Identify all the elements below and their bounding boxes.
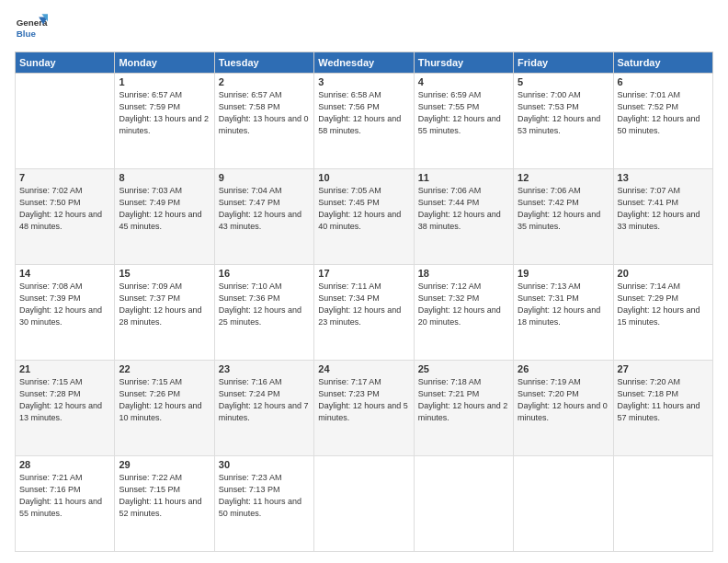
day-number: 1 bbox=[119, 76, 210, 87]
calendar-cell: 4Sunrise: 6:59 AMSunset: 7:55 PMDaylight… bbox=[414, 74, 513, 169]
day-number: 17 bbox=[318, 268, 409, 279]
cell-content: Sunrise: 7:15 AMSunset: 7:28 PMDaylight:… bbox=[19, 376, 110, 424]
calendar-cell: 17Sunrise: 7:11 AMSunset: 7:34 PMDayligh… bbox=[314, 265, 414, 361]
calendar-cell: 8Sunrise: 7:03 AMSunset: 7:49 PMDaylight… bbox=[115, 169, 214, 265]
calendar-cell bbox=[613, 456, 712, 552]
calendar-cell: 5Sunrise: 7:00 AMSunset: 7:53 PMDaylight… bbox=[514, 74, 613, 169]
day-number: 2 bbox=[219, 76, 310, 87]
logo-icon: General Blue bbox=[15, 11, 48, 44]
day-number: 29 bbox=[119, 459, 210, 470]
day-number: 15 bbox=[119, 268, 210, 279]
weekday-sunday: Sunday bbox=[16, 52, 115, 74]
calendar-cell: 11Sunrise: 7:06 AMSunset: 7:44 PMDayligh… bbox=[414, 169, 513, 265]
calendar-cell: 15Sunrise: 7:09 AMSunset: 7:37 PMDayligh… bbox=[115, 265, 214, 361]
calendar-cell: 27Sunrise: 7:20 AMSunset: 7:18 PMDayligh… bbox=[613, 361, 712, 456]
day-number: 20 bbox=[618, 268, 709, 279]
cell-content: Sunrise: 7:01 AMSunset: 7:52 PMDaylight:… bbox=[618, 89, 709, 137]
day-number: 24 bbox=[318, 363, 409, 374]
calendar-cell: 30Sunrise: 7:23 AMSunset: 7:13 PMDayligh… bbox=[214, 456, 313, 552]
cell-content: Sunrise: 7:09 AMSunset: 7:37 PMDaylight:… bbox=[119, 281, 210, 328]
day-number: 25 bbox=[418, 363, 509, 374]
cell-content: Sunrise: 7:06 AMSunset: 7:42 PMDaylight:… bbox=[518, 185, 609, 233]
day-number: 12 bbox=[518, 172, 609, 183]
cell-content: Sunrise: 6:59 AMSunset: 7:55 PMDaylight:… bbox=[418, 89, 509, 137]
page-header: General Blue bbox=[15, 11, 713, 44]
day-number: 13 bbox=[618, 172, 709, 183]
day-number: 14 bbox=[19, 268, 110, 279]
calendar-week-3: 21Sunrise: 7:15 AMSunset: 7:28 PMDayligh… bbox=[16, 361, 713, 456]
calendar-cell: 13Sunrise: 7:07 AMSunset: 7:41 PMDayligh… bbox=[613, 169, 712, 265]
day-number: 16 bbox=[219, 268, 310, 279]
calendar-cell: 24Sunrise: 7:17 AMSunset: 7:23 PMDayligh… bbox=[314, 361, 414, 456]
cell-content: Sunrise: 6:57 AMSunset: 7:59 PMDaylight:… bbox=[119, 89, 210, 137]
calendar-cell: 29Sunrise: 7:22 AMSunset: 7:15 PMDayligh… bbox=[115, 456, 214, 552]
day-number: 3 bbox=[318, 76, 409, 87]
calendar-cell: 16Sunrise: 7:10 AMSunset: 7:36 PMDayligh… bbox=[214, 265, 313, 361]
calendar-week-4: 28Sunrise: 7:21 AMSunset: 7:16 PMDayligh… bbox=[16, 456, 713, 552]
cell-content: Sunrise: 7:16 AMSunset: 7:24 PMDaylight:… bbox=[219, 376, 310, 424]
cell-content: Sunrise: 7:05 AMSunset: 7:45 PMDaylight:… bbox=[318, 185, 409, 233]
calendar-cell: 28Sunrise: 7:21 AMSunset: 7:16 PMDayligh… bbox=[16, 456, 115, 552]
day-number: 30 bbox=[219, 459, 310, 470]
calendar-table: SundayMondayTuesdayWednesdayThursdayFrid… bbox=[15, 52, 713, 552]
cell-content: Sunrise: 7:14 AMSunset: 7:29 PMDaylight:… bbox=[618, 281, 709, 328]
calendar-cell: 25Sunrise: 7:18 AMSunset: 7:21 PMDayligh… bbox=[414, 361, 513, 456]
day-number: 26 bbox=[518, 363, 609, 374]
calendar-cell bbox=[514, 456, 613, 552]
calendar-cell bbox=[414, 456, 513, 552]
calendar-cell: 9Sunrise: 7:04 AMSunset: 7:47 PMDaylight… bbox=[214, 169, 313, 265]
weekday-wednesday: Wednesday bbox=[314, 52, 414, 74]
day-number: 7 bbox=[19, 172, 110, 183]
cell-content: Sunrise: 7:18 AMSunset: 7:21 PMDaylight:… bbox=[418, 376, 509, 424]
cell-content: Sunrise: 7:07 AMSunset: 7:41 PMDaylight:… bbox=[618, 185, 709, 233]
day-number: 9 bbox=[219, 172, 310, 183]
cell-content: Sunrise: 7:06 AMSunset: 7:44 PMDaylight:… bbox=[418, 185, 509, 233]
svg-text:Blue: Blue bbox=[17, 29, 37, 39]
cell-content: Sunrise: 7:22 AMSunset: 7:15 PMDaylight:… bbox=[119, 472, 210, 520]
weekday-tuesday: Tuesday bbox=[214, 52, 313, 74]
calendar-cell: 14Sunrise: 7:08 AMSunset: 7:39 PMDayligh… bbox=[16, 265, 115, 361]
cell-content: Sunrise: 7:11 AMSunset: 7:34 PMDaylight:… bbox=[318, 281, 409, 328]
cell-content: Sunrise: 7:02 AMSunset: 7:50 PMDaylight:… bbox=[19, 185, 110, 233]
calendar-cell: 19Sunrise: 7:13 AMSunset: 7:31 PMDayligh… bbox=[514, 265, 613, 361]
day-number: 11 bbox=[418, 172, 509, 183]
day-number: 19 bbox=[518, 268, 609, 279]
logo: General Blue bbox=[15, 11, 48, 44]
calendar-cell: 18Sunrise: 7:12 AMSunset: 7:32 PMDayligh… bbox=[414, 265, 513, 361]
day-number: 21 bbox=[19, 363, 110, 374]
day-number: 10 bbox=[318, 172, 409, 183]
calendar-cell bbox=[16, 74, 115, 169]
calendar-cell: 1Sunrise: 6:57 AMSunset: 7:59 PMDaylight… bbox=[115, 74, 214, 169]
cell-content: Sunrise: 7:13 AMSunset: 7:31 PMDaylight:… bbox=[518, 281, 609, 328]
cell-content: Sunrise: 7:10 AMSunset: 7:36 PMDaylight:… bbox=[219, 281, 310, 328]
weekday-header-row: SundayMondayTuesdayWednesdayThursdayFrid… bbox=[16, 52, 713, 74]
calendar-week-1: 7Sunrise: 7:02 AMSunset: 7:50 PMDaylight… bbox=[16, 169, 713, 265]
day-number: 27 bbox=[618, 363, 709, 374]
cell-content: Sunrise: 7:17 AMSunset: 7:23 PMDaylight:… bbox=[318, 376, 409, 424]
day-number: 4 bbox=[418, 76, 509, 87]
cell-content: Sunrise: 7:04 AMSunset: 7:47 PMDaylight:… bbox=[219, 185, 310, 233]
calendar-cell: 22Sunrise: 7:15 AMSunset: 7:26 PMDayligh… bbox=[115, 361, 214, 456]
day-number: 28 bbox=[19, 459, 110, 470]
calendar-week-0: 1Sunrise: 6:57 AMSunset: 7:59 PMDaylight… bbox=[16, 74, 713, 169]
cell-content: Sunrise: 7:08 AMSunset: 7:39 PMDaylight:… bbox=[19, 281, 110, 328]
calendar-cell: 23Sunrise: 7:16 AMSunset: 7:24 PMDayligh… bbox=[214, 361, 313, 456]
cell-content: Sunrise: 7:20 AMSunset: 7:18 PMDaylight:… bbox=[618, 376, 709, 424]
cell-content: Sunrise: 7:21 AMSunset: 7:16 PMDaylight:… bbox=[19, 472, 110, 520]
calendar-cell: 2Sunrise: 6:57 AMSunset: 7:58 PMDaylight… bbox=[214, 74, 313, 169]
day-number: 23 bbox=[219, 363, 310, 374]
weekday-friday: Friday bbox=[514, 52, 613, 74]
calendar-week-2: 14Sunrise: 7:08 AMSunset: 7:39 PMDayligh… bbox=[16, 265, 713, 361]
cell-content: Sunrise: 7:23 AMSunset: 7:13 PMDaylight:… bbox=[219, 472, 310, 520]
day-number: 5 bbox=[518, 76, 609, 87]
cell-content: Sunrise: 6:58 AMSunset: 7:56 PMDaylight:… bbox=[318, 89, 409, 137]
cell-content: Sunrise: 6:57 AMSunset: 7:58 PMDaylight:… bbox=[219, 89, 310, 137]
calendar-cell: 7Sunrise: 7:02 AMSunset: 7:50 PMDaylight… bbox=[16, 169, 115, 265]
cell-content: Sunrise: 7:00 AMSunset: 7:53 PMDaylight:… bbox=[518, 89, 609, 137]
calendar-cell bbox=[314, 456, 414, 552]
day-number: 22 bbox=[119, 363, 210, 374]
cell-content: Sunrise: 7:03 AMSunset: 7:49 PMDaylight:… bbox=[119, 185, 210, 233]
weekday-monday: Monday bbox=[115, 52, 214, 74]
weekday-saturday: Saturday bbox=[613, 52, 712, 74]
calendar-cell: 6Sunrise: 7:01 AMSunset: 7:52 PMDaylight… bbox=[613, 74, 712, 169]
